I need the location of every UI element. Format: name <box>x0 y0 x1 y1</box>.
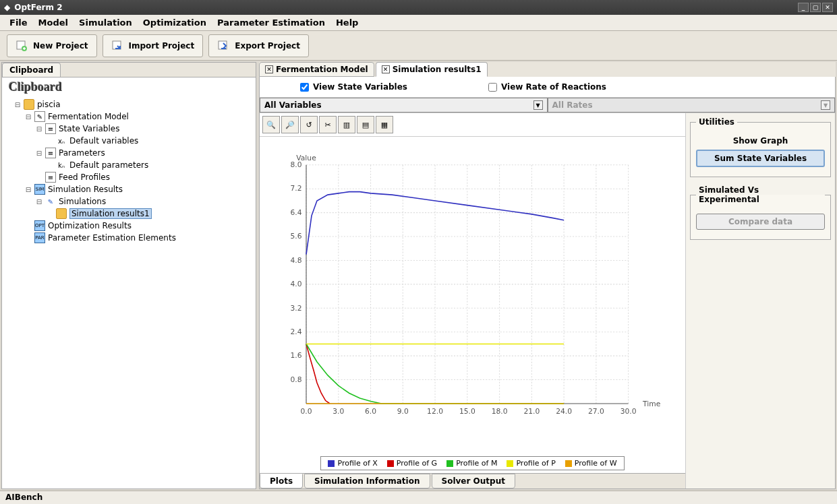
tree-handle[interactable]: ⊟ <box>14 101 21 108</box>
menu-help[interactable]: Help <box>330 15 364 30</box>
content: View State Variables View Rate of Reacti… <box>259 77 836 489</box>
clipboard-heading: Clipboard <box>2 77 256 97</box>
menubar: File Model Simulation Optimization Param… <box>0 15 837 31</box>
crosshair-icon[interactable]: ✂ <box>319 116 337 133</box>
sim-vs-exp-fieldset: Simulated Vs Experimental Compare data <box>690 185 831 240</box>
window-title: OptFerm 2 <box>14 3 62 12</box>
svg-text:2.4: 2.4 <box>291 327 302 336</box>
bottom-tabs: Plots Simulation Information Solver Outp… <box>260 473 685 489</box>
tree-handle[interactable]: ⊟ <box>36 150 42 157</box>
svg-text:Value: Value <box>296 154 316 162</box>
left-panel-tabs: Clipboard <box>2 63 256 77</box>
list-icon: ≡ <box>45 172 56 183</box>
close-button[interactable]: ✕ <box>822 3 833 12</box>
new-project-label: New Project <box>33 41 88 51</box>
legend-item: Profile of M <box>446 459 497 468</box>
plot-box: 🔍 🔎 ↺ ✂ ▥ ▤ ▦ 0.03.06.09.012.015.018.021… <box>260 113 685 489</box>
import-project-button[interactable]: Import Project <box>103 34 204 57</box>
tree-default-vars[interactable]: Default variables <box>69 136 138 146</box>
check-label: View Rate of Reactions <box>501 82 606 92</box>
par-icon: PAR <box>34 232 45 243</box>
zoom-in-icon[interactable]: 🔍 <box>262 116 280 133</box>
menu-model[interactable]: Model <box>33 15 74 30</box>
svg-text:15.0: 15.0 <box>459 407 475 416</box>
tree-model[interactable]: Fermentation Model <box>48 112 129 121</box>
reset-zoom-icon[interactable]: ↺ <box>300 116 318 133</box>
svg-text:27.0: 27.0 <box>588 407 604 416</box>
grid-icon[interactable]: ▦ <box>376 116 393 133</box>
check-state-vars-box[interactable] <box>300 83 309 92</box>
tree-feed[interactable]: Feed Profiles <box>59 172 110 182</box>
chart-legend: Profile of XProfile of GProfile of MProf… <box>320 456 624 470</box>
svg-text:0.0: 0.0 <box>301 407 312 416</box>
svg-text:9.0: 9.0 <box>397 407 409 416</box>
tree-handle[interactable]: ⊟ <box>25 186 32 193</box>
menu-simulation[interactable]: Simulation <box>74 15 138 30</box>
sim-icon: SIM <box>34 184 45 195</box>
chart-area: 🔍 🔎 ↺ ✂ ▥ ▤ ▦ 0.03.06.09.012.015.018.021… <box>260 113 835 489</box>
sum-state-vars-button[interactable]: Sum State Variables <box>696 150 825 167</box>
export-chart-icon[interactable]: ▤ <box>357 116 374 133</box>
right-panel: ✕Fermentation Model ✕Simulation results1… <box>259 62 836 489</box>
tab-fermentation-model[interactable]: ✕Fermentation Model <box>259 62 374 77</box>
statusbar: AIBench <box>0 491 837 504</box>
chevron-down-icon[interactable]: ▼ <box>533 100 543 110</box>
import-project-label: Import Project <box>129 41 195 51</box>
utilities-fieldset: Utilities Show Graph Sum State Variables <box>690 117 831 177</box>
export-project-label: Export Project <box>235 41 300 51</box>
tree-state-vars[interactable]: State Variables <box>59 124 119 133</box>
svg-text:6.0: 6.0 <box>365 407 376 416</box>
menu-file[interactable]: File <box>4 15 33 30</box>
tree-simulations[interactable]: Simulations <box>59 197 106 206</box>
dd-label: All Variables <box>264 100 322 110</box>
tree-opt-results[interactable]: Optimization Results <box>48 221 132 230</box>
new-project-icon <box>16 40 28 52</box>
btab-plots[interactable]: Plots <box>260 474 303 489</box>
close-icon[interactable]: ✕ <box>382 65 390 73</box>
zoom-out-icon[interactable]: 🔎 <box>281 116 299 133</box>
tree-handle[interactable]: ⊟ <box>36 198 42 206</box>
tree-root[interactable]: piscia <box>37 100 61 109</box>
export-project-button[interactable]: Export Project <box>208 34 309 57</box>
dd-label: All Rates <box>552 100 593 110</box>
folder-icon <box>56 208 67 219</box>
tree-sim-results[interactable]: Simulation Results <box>48 185 123 194</box>
check-state-vars[interactable]: View State Variables <box>300 82 407 92</box>
var-icon: xₙ <box>56 135 67 146</box>
chart-type-icon[interactable]: ▥ <box>338 116 355 133</box>
check-label: View State Variables <box>313 82 407 92</box>
titlebar: ◆ OptFerm 2 _ ▢ ✕ <box>0 0 837 15</box>
minimize-button[interactable]: _ <box>798 3 809 12</box>
tree-sim-results1[interactable]: Simulation results1 <box>69 208 152 219</box>
view-options: View State Variables View Rate of Reacti… <box>260 77 835 98</box>
list-icon: ≡ <box>45 123 56 134</box>
menu-optimization[interactable]: Optimization <box>138 15 212 30</box>
svg-text:5.6: 5.6 <box>291 232 302 241</box>
svg-text:3.0: 3.0 <box>333 407 344 416</box>
new-project-button[interactable]: New Project <box>7 34 97 57</box>
menu-parameter-estimation[interactable]: Parameter Estimation <box>212 15 330 30</box>
svg-text:7.2: 7.2 <box>291 184 302 193</box>
tree-default-params[interactable]: Default parameters <box>69 160 148 170</box>
sims-icon: ✎ <box>45 196 56 207</box>
tab-simulation-results1[interactable]: ✕Simulation results1 <box>376 62 488 77</box>
svg-text:3.2: 3.2 <box>291 304 302 313</box>
tab-clipboard[interactable]: Clipboard <box>2 63 61 77</box>
tree-params[interactable]: Parameters <box>59 148 105 158</box>
param-icon: kₙ <box>56 160 67 170</box>
dropdowns: All Variables▼ All Rates▼ <box>260 98 835 113</box>
right-tabs: ✕Fermentation Model ✕Simulation results1 <box>259 62 836 77</box>
btab-sim-info[interactable]: Simulation Information <box>304 474 430 489</box>
svg-text:24.0: 24.0 <box>556 407 572 416</box>
check-rate-reactions[interactable]: View Rate of Reactions <box>488 82 606 92</box>
svg-text:4.0: 4.0 <box>291 280 302 288</box>
maximize-button[interactable]: ▢ <box>810 3 821 12</box>
close-icon[interactable]: ✕ <box>265 65 273 73</box>
plot[interactable]: 0.03.06.09.012.015.018.021.024.027.030.0… <box>260 137 685 453</box>
tree-handle[interactable]: ⊟ <box>25 113 32 121</box>
btab-solver-output[interactable]: Solver Output <box>432 474 515 489</box>
check-rate-box[interactable] <box>488 83 497 92</box>
tree-param-est[interactable]: Parameter Estimation Elements <box>48 233 176 243</box>
dropdown-variables[interactable]: All Variables▼ <box>260 98 548 113</box>
tree-handle[interactable]: ⊟ <box>36 125 42 133</box>
